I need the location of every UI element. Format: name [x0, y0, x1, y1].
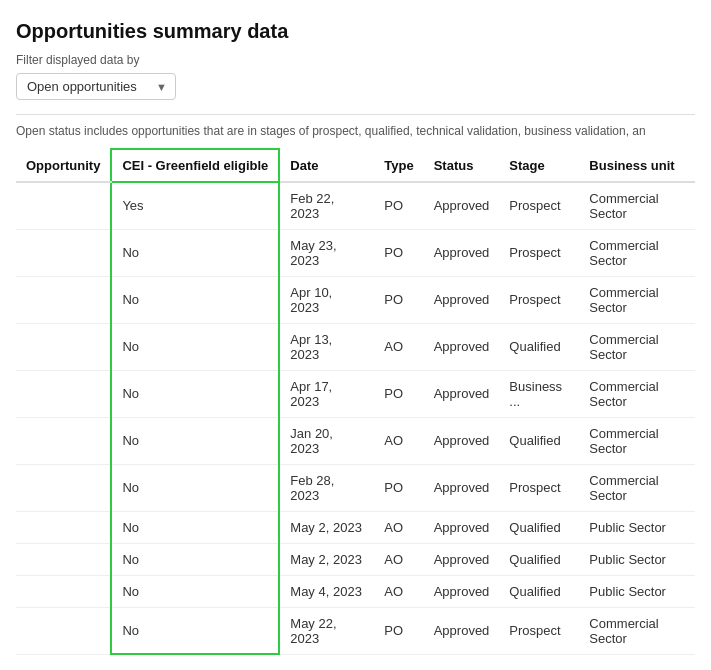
- cell-status: Approved: [424, 276, 500, 323]
- cell-cei: Yes: [111, 182, 279, 230]
- cell-status: Approved: [424, 229, 500, 276]
- cell-opportunity: [16, 511, 111, 543]
- filter-select[interactable]: Open opportunitiesAll opportunitiesClose…: [16, 73, 176, 100]
- table-row: YesFeb 22, 2023POApprovedProspectCommerc…: [16, 182, 695, 230]
- cell-type: AO: [374, 323, 423, 370]
- cell-opportunity: [16, 464, 111, 511]
- cell-opportunity: [16, 607, 111, 654]
- filter-label: Filter displayed data by: [16, 53, 695, 67]
- cell-stage: Prospect: [499, 607, 579, 654]
- cell-stage: Qualified: [499, 511, 579, 543]
- cell-cei: No: [111, 607, 279, 654]
- cell-status: Approved: [424, 511, 500, 543]
- cell-opportunity: [16, 229, 111, 276]
- cell-opportunity: [16, 575, 111, 607]
- cell-status: Approved: [424, 370, 500, 417]
- cell-cei: No: [111, 543, 279, 575]
- cell-date: Apr 10, 2023: [279, 276, 374, 323]
- cell-opportunity: [16, 182, 111, 230]
- filter-select-wrapper: Open opportunitiesAll opportunitiesClose…: [16, 73, 176, 100]
- cell-opportunity: [16, 543, 111, 575]
- table-row: NoMay 4, 2023AOApprovedQualifiedPublic S…: [16, 575, 695, 607]
- table-row: NoFeb 28, 2023POApprovedProspectCommerci…: [16, 464, 695, 511]
- cell-opportunity: [16, 276, 111, 323]
- cell-type: PO: [374, 370, 423, 417]
- info-text: Open status includes opportunities that …: [16, 114, 695, 148]
- table-row: NoApr 13, 2023AOApprovedQualifiedCommerc…: [16, 323, 695, 370]
- col-header-stage: Stage: [499, 149, 579, 182]
- cell-date: May 2, 2023: [279, 511, 374, 543]
- table-body: YesFeb 22, 2023POApprovedProspectCommerc…: [16, 182, 695, 655]
- col-header-type: Type: [374, 149, 423, 182]
- cell-business_unit: Commercial Sector: [579, 464, 695, 511]
- cell-type: AO: [374, 511, 423, 543]
- cell-stage: Prospect: [499, 229, 579, 276]
- table-wrapper: Opportunity CEI - Greenfield eligible Da…: [16, 148, 695, 656]
- cell-date: Jan 20, 2023: [279, 417, 374, 464]
- cell-stage: Qualified: [499, 417, 579, 464]
- cell-business_unit: Commercial Sector: [579, 323, 695, 370]
- cell-date: Apr 13, 2023: [279, 323, 374, 370]
- cell-business_unit: Commercial Sector: [579, 182, 695, 230]
- cell-business_unit: Commercial Sector: [579, 229, 695, 276]
- cell-stage: Qualified: [499, 575, 579, 607]
- opportunities-table: Opportunity CEI - Greenfield eligible Da…: [16, 148, 695, 656]
- cell-type: AO: [374, 417, 423, 464]
- cell-type: PO: [374, 229, 423, 276]
- cell-status: Approved: [424, 464, 500, 511]
- cell-opportunity: [16, 417, 111, 464]
- cell-date: May 4, 2023: [279, 575, 374, 607]
- cell-cei: No: [111, 370, 279, 417]
- cell-business_unit: Public Sector: [579, 543, 695, 575]
- cell-status: Approved: [424, 575, 500, 607]
- cell-cei: No: [111, 276, 279, 323]
- cell-cei: No: [111, 323, 279, 370]
- cell-type: PO: [374, 182, 423, 230]
- cell-stage: Prospect: [499, 276, 579, 323]
- cell-business_unit: Commercial Sector: [579, 370, 695, 417]
- cell-type: AO: [374, 543, 423, 575]
- cell-stage: Prospect: [499, 182, 579, 230]
- cell-status: Approved: [424, 607, 500, 654]
- cell-type: PO: [374, 464, 423, 511]
- table-row: NoMay 23, 2023POApprovedProspectCommerci…: [16, 229, 695, 276]
- col-header-opportunity: Opportunity: [16, 149, 111, 182]
- col-header-status: Status: [424, 149, 500, 182]
- table-row: NoMay 2, 2023AOApprovedQualifiedPublic S…: [16, 511, 695, 543]
- cell-type: PO: [374, 607, 423, 654]
- cell-cei: No: [111, 464, 279, 511]
- page-title: Opportunities summary data: [16, 20, 695, 43]
- cell-stage: Prospect: [499, 464, 579, 511]
- cell-type: PO: [374, 276, 423, 323]
- cell-business_unit: Public Sector: [579, 511, 695, 543]
- table-row: NoJan 20, 2023AOApprovedQualifiedCommerc…: [16, 417, 695, 464]
- cell-status: Approved: [424, 182, 500, 230]
- cell-cei: No: [111, 417, 279, 464]
- page-container: Opportunities summary data Filter displa…: [0, 0, 711, 670]
- col-header-business-unit: Business unit: [579, 149, 695, 182]
- cell-date: May 23, 2023: [279, 229, 374, 276]
- col-header-date: Date: [279, 149, 374, 182]
- cell-stage: Qualified: [499, 323, 579, 370]
- cell-date: May 22, 2023: [279, 607, 374, 654]
- cell-stage: Business ...: [499, 370, 579, 417]
- cell-date: May 2, 2023: [279, 543, 374, 575]
- cell-date: Feb 22, 2023: [279, 182, 374, 230]
- col-header-cei: CEI - Greenfield eligible: [111, 149, 279, 182]
- cell-cei: No: [111, 229, 279, 276]
- cell-type: AO: [374, 575, 423, 607]
- table-row: NoMay 2, 2023AOApprovedQualifiedPublic S…: [16, 543, 695, 575]
- cell-business_unit: Commercial Sector: [579, 417, 695, 464]
- cell-status: Approved: [424, 417, 500, 464]
- table-row: NoApr 10, 2023POApprovedProspectCommerci…: [16, 276, 695, 323]
- cell-opportunity: [16, 323, 111, 370]
- cell-status: Approved: [424, 323, 500, 370]
- table-row: NoApr 17, 2023POApprovedBusiness ...Comm…: [16, 370, 695, 417]
- cell-business_unit: Public Sector: [579, 575, 695, 607]
- cell-date: Apr 17, 2023: [279, 370, 374, 417]
- table-header-row: Opportunity CEI - Greenfield eligible Da…: [16, 149, 695, 182]
- table-row: NoMay 22, 2023POApprovedProspectCommerci…: [16, 607, 695, 654]
- cell-business_unit: Commercial Sector: [579, 276, 695, 323]
- cell-date: Feb 28, 2023: [279, 464, 374, 511]
- cell-status: Approved: [424, 543, 500, 575]
